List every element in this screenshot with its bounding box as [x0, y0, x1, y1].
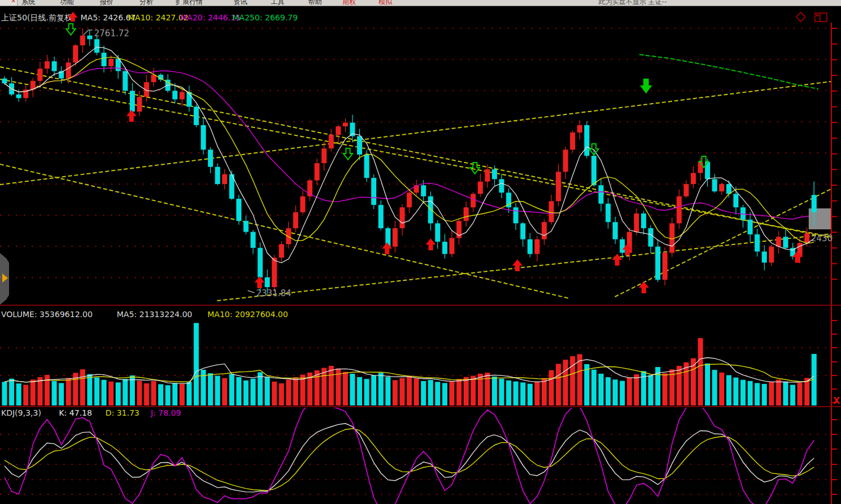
separator-volume-kdj	[0, 406, 841, 407]
candle-body	[747, 220, 753, 234]
candle-body	[485, 169, 490, 182]
menu-item-system[interactable]: 系统	[22, 0, 35, 6]
volume-ma10-value: MA10: 20927604.00	[207, 310, 288, 319]
high-price-label: 2761.72	[94, 28, 129, 39]
volume-bar	[94, 378, 99, 405]
candle-body	[812, 195, 817, 212]
candle-body	[172, 91, 177, 99]
candle-body	[528, 240, 533, 254]
candle-body	[769, 247, 774, 263]
volume-bar	[236, 377, 241, 405]
candle-body	[364, 155, 369, 178]
volume-bar	[87, 374, 92, 405]
candle-body	[549, 201, 554, 222]
volume-bar	[677, 366, 682, 405]
menu-item-help[interactable]: 帮助	[308, 0, 322, 6]
kdj-d-line	[5, 429, 814, 490]
ma250-value: MA250: 2669.79	[232, 13, 298, 22]
candle-body	[755, 234, 760, 251]
menu-item-simulation[interactable]: 模拟	[379, 0, 392, 6]
volume-bar	[158, 384, 163, 405]
candle-body	[662, 253, 668, 280]
diamond-icon[interactable]	[796, 12, 805, 22]
candle-body	[733, 194, 738, 207]
candle-body	[691, 173, 696, 184]
menu-item-news[interactable]: 资讯	[233, 0, 247, 6]
volume-bar	[208, 373, 213, 405]
candle-body	[634, 213, 639, 232]
candle-body	[180, 92, 185, 99]
volume-bar	[762, 384, 767, 405]
candle-body	[286, 228, 291, 244]
volume-bar	[485, 373, 490, 405]
buy-signal-arrow-icon	[426, 238, 436, 250]
candle-body	[449, 238, 455, 254]
volume-bar	[343, 372, 348, 405]
volume-bar	[66, 378, 71, 405]
candle-body	[620, 240, 625, 253]
candle-body	[606, 204, 611, 223]
candle-body	[343, 123, 348, 127]
left-panel-handle[interactable]	[0, 253, 9, 305]
candle-body	[591, 156, 596, 185]
volume-bar	[534, 382, 540, 405]
menu-item-function[interactable]: 功能	[60, 0, 74, 6]
volume-bar	[613, 379, 618, 405]
volume-bar	[108, 382, 113, 405]
candle-body	[719, 184, 724, 191]
volume-bar	[250, 379, 256, 405]
volume-bar	[783, 382, 788, 405]
volume-bar	[364, 379, 369, 405]
candle-body	[371, 178, 376, 205]
volume-bar	[329, 366, 334, 405]
kdj-j-value: J: 78.09	[150, 408, 181, 417]
candle-body	[804, 233, 809, 243]
volume-bar	[606, 377, 611, 405]
candle-body	[357, 136, 362, 155]
volume-bar	[101, 380, 107, 405]
candle-body	[37, 69, 43, 81]
candle-body	[520, 223, 525, 239]
buy-signal-arrow-icon	[126, 110, 137, 122]
candle-body	[66, 62, 71, 78]
volume-bar	[492, 377, 497, 405]
menu-item-extended-quote[interactable]: 扩展行情	[176, 0, 203, 6]
tdx-stock-app: { "menu": { "items": ["系统", "功能", "报价", …	[0, 0, 841, 504]
volume-bar	[648, 375, 653, 405]
menu-item-tools[interactable]: 工具	[271, 0, 284, 6]
candle-body	[250, 232, 256, 248]
buy-signal-arrow-icon	[382, 242, 392, 254]
buy-signal-arrow-icon	[612, 254, 622, 266]
ma20-value: MA20: 2446.15	[180, 13, 241, 22]
trendline[interactable]	[217, 234, 831, 301]
volume-bar	[123, 379, 128, 405]
volume-layer	[2, 323, 817, 405]
candle-body	[379, 205, 384, 228]
candle-body	[428, 197, 433, 224]
window-layout-icon[interactable]	[815, 13, 827, 22]
volume-bar	[435, 382, 440, 405]
app-logo[interactable]: ✕	[0, 0, 18, 6]
volume-bar	[265, 377, 270, 405]
volume-bar	[52, 381, 57, 405]
close-pane-button[interactable]: X	[833, 395, 840, 406]
trendline[interactable]	[615, 189, 831, 297]
last-price-tag: 2430	[811, 233, 832, 244]
menu-item-analysis[interactable]: 分析	[139, 0, 153, 6]
ma250-line	[639, 54, 818, 89]
volume-bar	[776, 379, 781, 405]
candle-body	[762, 251, 767, 263]
volume-bar	[705, 364, 710, 405]
volume-bar	[712, 370, 717, 405]
volume-bar	[385, 377, 390, 405]
menu-item-quote[interactable]: 报价	[100, 0, 113, 6]
volume-bar	[719, 373, 724, 405]
volume-bar	[293, 377, 298, 405]
menu-item-options[interactable]: 期权	[342, 0, 356, 6]
volume-bar	[23, 385, 28, 405]
candle-body	[677, 197, 682, 224]
volume-bar	[478, 374, 483, 405]
ma10-value: MA10: 2427.02	[128, 13, 189, 22]
candle-body	[94, 39, 99, 53]
volume-bar	[80, 369, 85, 405]
